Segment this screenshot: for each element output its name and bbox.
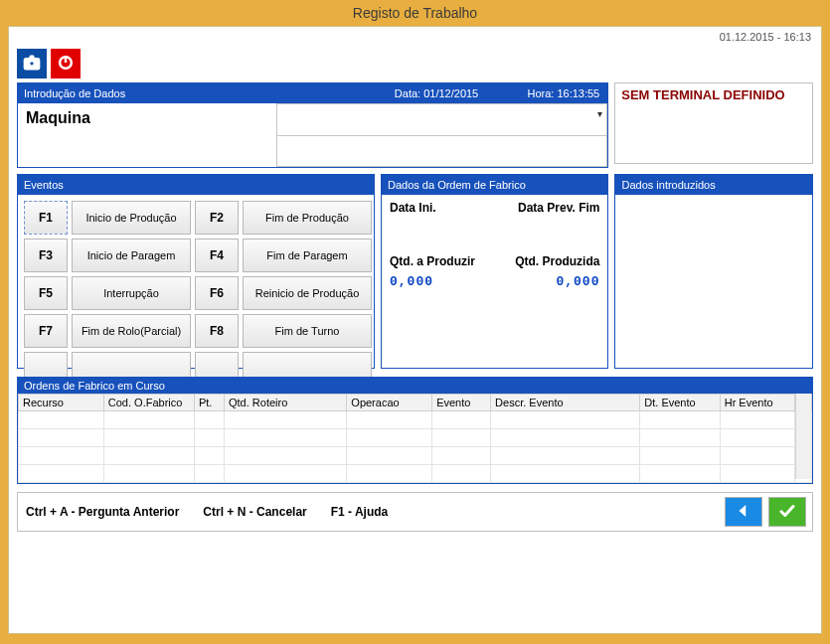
header-datetime: 01.12.2015 - 16:13 xyxy=(720,31,811,43)
f7-label[interactable]: Fim de Rolo(Parcial) xyxy=(72,314,191,348)
qtd-produzida-label: Qtd. Produzida xyxy=(495,254,600,268)
qtd-produzir-label: Qtd. a Produzir xyxy=(390,254,495,268)
header-time: Hora: 16:13:55 xyxy=(527,85,599,101)
scrollbar[interactable] xyxy=(795,394,811,479)
col-qtd-roteiro[interactable]: Qtd. Roteiro xyxy=(224,395,346,411)
dropdown-caret-icon: ▾ xyxy=(597,108,602,119)
terminal-warning: SEM TERMINAL DEFINIDO xyxy=(614,82,813,164)
dados-ordem-fabrico-panel: Dados da Ordem de Fabrico Data Ini. Data… xyxy=(381,174,608,369)
table-row[interactable] xyxy=(19,465,812,483)
toolbar xyxy=(17,49,813,79)
f7-key[interactable]: F7 xyxy=(24,314,68,348)
col-evento[interactable]: Evento xyxy=(432,395,491,411)
footer-bar: Ctrl + A - Pergunta Anterior Ctrl + N - … xyxy=(17,492,813,532)
col-dt-evento[interactable]: Dt. Evento xyxy=(640,395,720,411)
col-cod-ofabrico[interactable]: Cod. O.Fabrico xyxy=(103,395,194,411)
f5-label[interactable]: Interrupção xyxy=(72,276,191,310)
f8-key[interactable]: F8 xyxy=(195,314,239,348)
confirm-button[interactable] xyxy=(768,497,806,527)
eventos-panel: Eventos F1 Inicio de Produção F2 Fim de … xyxy=(17,174,375,369)
eventos-title: Eventos xyxy=(18,175,374,195)
ordens-table: Recurso Cod. O.Fabrico Pt. Qtd. Roteiro … xyxy=(18,394,812,483)
introducao-dados-title: Introdução de Dados xyxy=(24,87,125,99)
f2-label[interactable]: Fim de Produção xyxy=(243,201,372,235)
shortcut-cancel: Ctrl + N - Cancelar xyxy=(203,505,306,519)
dados-of-title: Dados da Ordem de Fabrico xyxy=(382,175,607,195)
dados-introduzidos-title: Dados introduzidos xyxy=(615,175,812,195)
screenshot-button[interactable] xyxy=(17,49,47,79)
back-icon xyxy=(735,502,752,523)
f3-label[interactable]: Inicio de Paragem xyxy=(72,239,191,272)
main-area: 01.12.2015 - 16:13 xyxy=(8,26,822,634)
f3-key[interactable]: F3 xyxy=(24,239,68,272)
f6-key[interactable]: F6 xyxy=(195,276,239,310)
introducao-dados-panel: Introdução de Dados Data: 01/12/2015 Hor… xyxy=(17,82,608,168)
back-button[interactable] xyxy=(725,497,762,527)
exit-button[interactable] xyxy=(51,49,81,79)
shortcut-help: F1 - Ajuda xyxy=(331,505,389,519)
col-recurso[interactable]: Recurso xyxy=(19,395,104,411)
maquina-label: Maquina xyxy=(18,103,276,167)
f4-label[interactable]: Fim de Paragem xyxy=(243,239,372,272)
col-descr-evento[interactable]: Descr. Evento xyxy=(491,395,640,411)
header-date: Data: 01/12/2015 xyxy=(395,85,478,101)
maquina-select[interactable]: ▾ xyxy=(276,103,607,135)
qtd-produzir-value: 0,000 xyxy=(390,274,433,289)
ordens-fabrico-title: Ordens de Fabrico em Curso xyxy=(18,378,812,394)
f5-key[interactable]: F5 xyxy=(24,276,68,310)
f4-key[interactable]: F4 xyxy=(195,239,239,272)
data-ini-label: Data Ini. xyxy=(390,201,495,215)
confirm-icon xyxy=(778,502,796,523)
window-title: Registo de Trabalho xyxy=(0,0,830,26)
f6-label[interactable]: Reinicio de Produção xyxy=(243,276,372,310)
data-prev-fim-label: Data Prev. Fim xyxy=(495,201,600,215)
svg-point-1 xyxy=(30,61,35,66)
col-pt[interactable]: Pt. xyxy=(194,395,224,411)
f2-key[interactable]: F2 xyxy=(195,201,239,235)
ordens-fabrico-panel: Ordens de Fabrico em Curso Recurso Cod. … xyxy=(17,377,813,484)
app-window: Registo de Trabalho 01.12.2015 - 16:13 xyxy=(0,0,830,644)
table-row[interactable] xyxy=(19,411,812,429)
maquina-input-2[interactable] xyxy=(276,135,607,168)
power-icon xyxy=(56,53,76,76)
col-hr-evento[interactable]: Hr Evento xyxy=(720,395,794,411)
table-row[interactable] xyxy=(19,447,812,465)
f1-key[interactable]: F1 xyxy=(24,201,68,235)
qtd-produzida-value: 0,000 xyxy=(556,274,599,289)
col-operacao[interactable]: Operacao xyxy=(347,395,432,411)
shortcut-prev: Ctrl + A - Pergunta Anterior xyxy=(26,505,179,519)
dados-introduzidos-panel: Dados introduzidos xyxy=(614,174,813,369)
camera-icon xyxy=(22,53,42,76)
f8-label[interactable]: Fim de Turno xyxy=(243,314,372,348)
f1-label[interactable]: Inicio de Produção xyxy=(72,201,191,235)
introducao-dados-header: Introdução de Dados Data: 01/12/2015 Hor… xyxy=(18,83,607,103)
table-row[interactable] xyxy=(19,429,812,447)
